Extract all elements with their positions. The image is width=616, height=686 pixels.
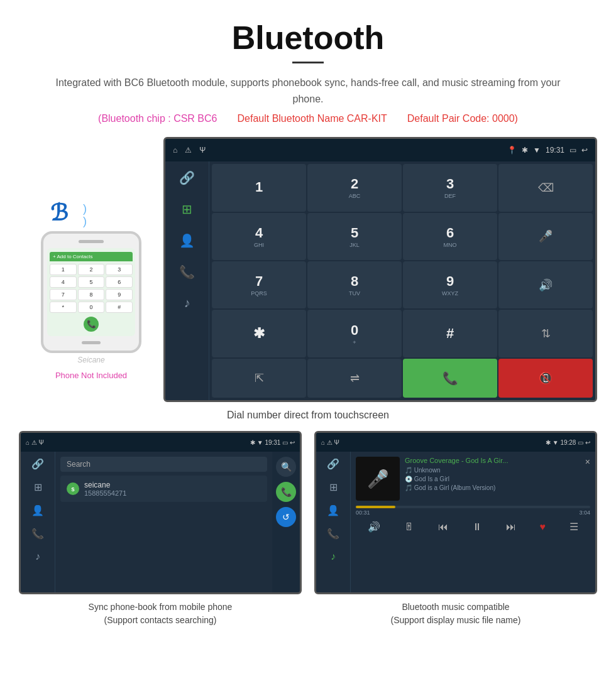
play-pause-button[interactable]: ⏸ [472, 521, 482, 533]
dial-key-4[interactable]: 4 GHI [212, 213, 306, 260]
ms-contacts-icon[interactable]: 👤 [327, 504, 339, 516]
progress-fill [356, 506, 395, 508]
dial-key-star[interactable]: ✱ [212, 310, 306, 357]
progress-times: 00:31 3:04 [356, 509, 590, 516]
music-close-button[interactable]: × [585, 457, 590, 467]
sidebar-contacts-icon[interactable]: 👤 [179, 233, 195, 248]
phone-key-9[interactable]: 9 [106, 289, 133, 300]
car-body: 🔗 ⊞ 👤 📞 ♪ 1 2 ABC [165, 161, 595, 400]
pb-bt-icon: ✱ [250, 439, 255, 446]
dial-key-0[interactable]: 0 + [307, 310, 402, 357]
dialpad-panel: 1 2 ABC 3 DEF ⌫ [209, 161, 595, 400]
dial-key-swap[interactable]: ⇅ [498, 310, 593, 357]
ms-battery-icon: ▭ [578, 439, 583, 446]
pb-time: 19:31 [265, 439, 280, 446]
phone-keypad[interactable]: 1 2 3 4 5 6 7 8 9 * 0 # [50, 264, 133, 313]
equalizer-button[interactable]: 🎚 [404, 521, 414, 533]
sidebar-calls-icon[interactable]: 📞 [179, 264, 195, 280]
ms-music-icon[interactable]: ♪ [331, 551, 336, 562]
dial-key-1[interactable]: 1 [212, 164, 306, 211]
dial-key-9[interactable]: 9 WXYZ [403, 261, 497, 308]
dial-key-2[interactable]: 2 ABC [307, 164, 402, 211]
phonebook-search[interactable]: Search [60, 457, 267, 472]
favorite-button[interactable]: ♥ [540, 521, 546, 533]
music-header: 🎤 Groove Coverage - God Is A Gir... 🎵 Un… [356, 457, 590, 501]
battery-icon: ▭ [569, 146, 576, 155]
wifi-icon: ▼ [533, 146, 541, 155]
ms-link-icon[interactable]: 🔗 [327, 458, 339, 470]
dial-key-8[interactable]: 8 TUV [307, 261, 402, 308]
time-display: 19:31 [546, 146, 564, 155]
phone-key-1[interactable]: 1 [50, 264, 77, 275]
back-icon[interactable]: ↩ [581, 146, 588, 155]
pb-music-icon[interactable]: ♪ [35, 551, 40, 562]
phone-key-8[interactable]: 8 [78, 289, 105, 300]
pb-back-icon[interactable]: ↩ [290, 439, 295, 446]
contact-name: seicane [84, 481, 261, 489]
contact-info: seicane 15885554271 [84, 481, 261, 497]
ms-back-icon[interactable]: ↩ [585, 439, 590, 446]
phone-key-2[interactable]: 2 [78, 264, 105, 275]
phonebook-caption-text: Sync phone-book from mobile phone(Suppor… [89, 602, 233, 625]
contact-phone: 15885554271 [84, 489, 261, 497]
dial-key-3[interactable]: 3 DEF [403, 164, 497, 211]
dial-key-7[interactable]: 7 PQRS [212, 261, 306, 308]
car-screen: ⌂ ⚠ Ψ 📍 ✱ ▼ 19:31 ▭ ↩ 🔗 ⊞ 👤 📞 ♪ [163, 137, 597, 402]
phone-home-button[interactable] [82, 341, 101, 344]
volume-button[interactable]: 🔊 [368, 521, 380, 533]
time-total: 3:04 [579, 509, 590, 516]
dial-key-end[interactable]: 📵 [498, 359, 593, 398]
pb-call-button[interactable]: 📞 [276, 482, 296, 502]
phonebook-sidebar: 🔗 ⊞ 👤 📞 ♪ [21, 452, 55, 592]
sidebar-link-icon[interactable]: 🔗 [179, 170, 195, 185]
pb-search-button[interactable]: 🔍 [276, 457, 296, 477]
ms-calls-icon[interactable]: 📞 [327, 528, 339, 540]
pb-contacts-icon[interactable]: 👤 [31, 504, 44, 516]
sidebar-music-icon[interactable]: ♪ [184, 296, 190, 310]
phone-key-6[interactable]: 6 [106, 276, 133, 288]
dial-key-call[interactable]: 📞 [403, 359, 497, 398]
phone-key-hash[interactable]: # [106, 302, 133, 313]
phone-mockup-area: ℬ ) ) + Add to Contacts 1 2 3 4 5 6 7 [19, 137, 163, 380]
car-status-bar: ⌂ ⚠ Ψ 📍 ✱ ▼ 19:31 ▭ ↩ [165, 139, 595, 161]
ms-status-right: ✱ ▼ 19:28 ▭ ↩ [546, 439, 590, 446]
main-content-area: ℬ ) ) + Add to Contacts 1 2 3 4 5 6 7 [0, 131, 616, 402]
status-left: ⌂ ⚠ Ψ [173, 146, 206, 155]
phone-key-4[interactable]: 4 [50, 276, 77, 288]
home-icon: ⌂ [173, 146, 177, 155]
ms-bt-icon: ✱ [546, 439, 551, 446]
sidebar-dialpad-icon[interactable]: ⊞ [182, 202, 192, 217]
main-caption: Dial number direct from touchscreen [0, 402, 616, 431]
dial-key-5[interactable]: 5 JKL [307, 213, 402, 260]
contact-row[interactable]: s seicane 15885554271 [60, 476, 267, 502]
pb-link-icon[interactable]: 🔗 [31, 458, 44, 470]
dialpad-grid: 1 2 ABC 3 DEF ⌫ [209, 161, 595, 400]
ms-dialpad-icon[interactable]: ⊞ [329, 481, 338, 493]
dial-key-transfer[interactable]: ⇌ [307, 359, 402, 398]
phone-call-button[interactable]: 📞 [84, 317, 99, 332]
prev-button[interactable]: ⏮ [438, 521, 448, 533]
phone-key-0[interactable]: 0 [78, 302, 105, 313]
music-album: 💿 God Is a Girl [405, 476, 585, 482]
music-controls: 🔊 🎚 ⏮ ⏸ ⏭ ♥ ☰ [356, 521, 590, 533]
phone-screen-header: + Add to Contacts [50, 252, 133, 261]
music-artist: 🎵 Unknown [405, 467, 585, 474]
pb-calls-icon[interactable]: 📞 [31, 528, 44, 540]
dial-key-merge[interactable]: ⇱ [212, 359, 306, 398]
phone-key-5[interactable]: 5 [78, 276, 105, 288]
phone-key-7[interactable]: 7 [50, 289, 77, 300]
pb-refresh-button[interactable]: ↺ [276, 507, 296, 527]
dial-key-volume[interactable]: 🔊 [498, 261, 593, 308]
dial-key-mute[interactable]: 🎤 [498, 213, 593, 260]
usb-icon: Ψ [199, 146, 206, 155]
pb-dialpad-icon[interactable]: ⊞ [34, 481, 42, 493]
dial-key-backspace[interactable]: ⌫ [498, 164, 593, 211]
music-screen: ⌂ ⚠ Ψ ✱ ▼ 19:28 ▭ ↩ 🔗 ⊞ 👤 📞 [314, 431, 597, 594]
bt-symbol: ℬ [50, 200, 68, 226]
playlist-button[interactable]: ☰ [569, 521, 578, 533]
phone-key-star[interactable]: * [50, 302, 77, 313]
phone-key-3[interactable]: 3 [106, 264, 133, 275]
dial-key-hash[interactable]: # [403, 310, 497, 357]
dial-key-6[interactable]: 6 MNO [403, 213, 497, 260]
next-button[interactable]: ⏭ [506, 521, 516, 533]
